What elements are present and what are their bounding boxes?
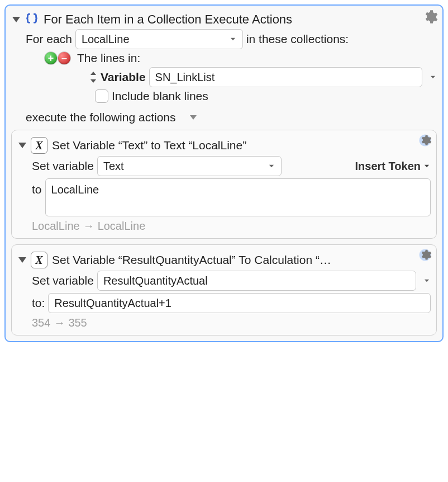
action-settings-button[interactable] bbox=[417, 133, 433, 148]
in-collections-label: in these collections: bbox=[246, 32, 349, 46]
value-textarea[interactable]: LocalLine bbox=[45, 178, 431, 216]
calculation-input[interactable]: ResultQuantityActual+1 bbox=[48, 293, 431, 313]
sort-updown-icon[interactable] bbox=[89, 72, 97, 83]
include-blank-row: Include blank lines bbox=[95, 89, 437, 103]
sub-action-header-row: X Set Variable “Text” to Text “LocalLine… bbox=[17, 137, 431, 154]
disclosure-toggle[interactable] bbox=[11, 15, 21, 25]
result-preview: LocalLine→LocalLine bbox=[32, 220, 431, 233]
insert-token-label: Insert Token bbox=[355, 160, 421, 173]
chevron-down-icon bbox=[423, 162, 431, 170]
sub-action-header-row: X Set Variable “ResultQuantityActual” To… bbox=[17, 252, 431, 268]
chevron-down-icon bbox=[229, 35, 237, 43]
disclosure-toggle[interactable] bbox=[17, 140, 27, 150]
include-blank-label: Include blank lines bbox=[112, 89, 208, 103]
minus-icon: – bbox=[61, 53, 67, 63]
set-variable-label: Set variable bbox=[32, 274, 94, 287]
set-variable-row: Set variable Text Insert Token bbox=[32, 156, 431, 176]
execute-disclosure-toggle[interactable] bbox=[188, 112, 198, 122]
set-variable-text-action: X Set Variable “Text” to Text “LocalLine… bbox=[11, 130, 437, 239]
to-row: to LocalLine bbox=[32, 178, 431, 216]
gear-icon bbox=[417, 133, 433, 148]
execute-row: execute the following actions bbox=[26, 111, 437, 124]
chevron-down-icon[interactable] bbox=[429, 73, 437, 81]
source-variable-dropdown[interactable]: SN_LinkList bbox=[149, 67, 422, 87]
plus-icon: + bbox=[48, 53, 54, 63]
for-each-action-panel: For Each Item in a Collection Execute Ac… bbox=[4, 4, 444, 342]
add-collection-button[interactable]: + bbox=[45, 52, 57, 64]
for-each-label: For each bbox=[26, 32, 72, 46]
execute-label: execute the following actions bbox=[26, 111, 176, 124]
loop-variable-dropdown[interactable]: LocalLine bbox=[75, 29, 243, 49]
loop-variable-value: LocalLine bbox=[82, 33, 225, 46]
action-header-row: For Each Item in a Collection Execute Ac… bbox=[11, 12, 437, 27]
sub-action-title: Set Variable “Text” to Text “LocalLine” bbox=[52, 139, 246, 152]
chevron-down-icon[interactable] bbox=[423, 277, 431, 285]
chevron-down-icon bbox=[268, 162, 275, 170]
to-row: to: ResultQuantityActual+1 bbox=[32, 293, 431, 313]
include-blank-checkbox[interactable] bbox=[95, 89, 108, 103]
to-label: to: bbox=[32, 296, 45, 310]
remove-collection-button[interactable]: – bbox=[58, 52, 70, 64]
target-variable-value: ResultQuantityActual bbox=[103, 275, 410, 287]
for-each-row: For each LocalLine in these collections: bbox=[26, 29, 437, 49]
gear-icon bbox=[417, 247, 433, 263]
lines-in-label: The lines in: bbox=[77, 51, 140, 65]
action-settings-button[interactable] bbox=[417, 247, 433, 263]
to-label: to bbox=[32, 183, 42, 196]
collection-row: + – The lines in: bbox=[45, 51, 437, 65]
gear-icon bbox=[422, 9, 438, 25]
result-preview: 354→355 bbox=[32, 316, 431, 329]
target-variable-dropdown[interactable]: ResultQuantityActual bbox=[97, 271, 416, 291]
source-variable-value: SN_LinkList bbox=[155, 71, 416, 84]
calculation-text: ResultQuantityActual+1 bbox=[54, 297, 171, 310]
set-variable-calc-action: X Set Variable “ResultQuantityActual” To… bbox=[11, 244, 437, 335]
variable-keyword-label: Variable bbox=[101, 70, 146, 84]
sub-action-title: Set Variable “ResultQuantityActual” To C… bbox=[52, 253, 331, 267]
insert-token-button[interactable]: Insert Token bbox=[355, 160, 431, 173]
variable-x-icon: X bbox=[31, 137, 47, 154]
variable-source-row: Variable SN_LinkList bbox=[89, 67, 437, 87]
braces-icon bbox=[25, 12, 39, 27]
target-variable-dropdown[interactable]: Text bbox=[97, 156, 282, 176]
target-variable-value: Text bbox=[103, 160, 263, 173]
disclosure-toggle[interactable] bbox=[17, 255, 27, 265]
set-variable-row: Set variable ResultQuantityActual bbox=[32, 271, 431, 291]
action-settings-button[interactable] bbox=[422, 9, 438, 25]
value-text: LocalLine bbox=[51, 183, 99, 196]
action-title: For Each Item in a Collection Execute Ac… bbox=[44, 12, 292, 27]
variable-x-icon: X bbox=[31, 252, 47, 268]
set-variable-label: Set variable bbox=[32, 159, 94, 173]
